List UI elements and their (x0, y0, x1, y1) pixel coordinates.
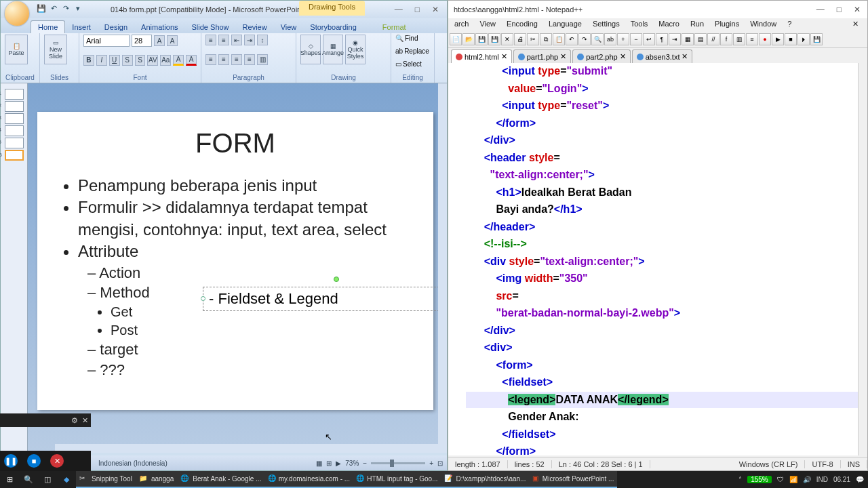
tray-wifi-icon[interactable]: 📶 (789, 476, 797, 483)
select-button[interactable]: ▭Select (395, 60, 430, 68)
playback-icon[interactable]: ⏵ (797, 33, 810, 45)
replace-icon[interactable]: ab (604, 33, 616, 45)
align-right-icon[interactable]: ≡ (231, 54, 242, 65)
map-icon[interactable]: ▥ (733, 33, 745, 45)
func-list-icon[interactable]: f (720, 33, 732, 45)
slide-canvas[interactable]: FORM Penampung beberapa jenis input Form… (28, 83, 447, 453)
close-tab-icon[interactable]: ✕ (620, 52, 626, 61)
font-name-input[interactable] (83, 35, 130, 47)
spacing-icon[interactable]: AV (147, 55, 158, 66)
replace-button[interactable]: abReplace (395, 47, 430, 55)
tab-storyboarding[interactable]: Storyboarding (303, 21, 363, 33)
quick-styles-button[interactable]: ◉Quick Styles (345, 35, 366, 64)
qat-more-icon[interactable]: ▾ (73, 4, 83, 15)
record-macro-icon[interactable]: ● (759, 33, 771, 45)
font-size-input[interactable] (132, 35, 152, 47)
npp-minimize-icon[interactable]: — (816, 5, 825, 14)
undo-icon[interactable]: ↶ (48, 4, 59, 15)
doc-list-icon[interactable]: ≡ (746, 33, 758, 45)
pinned-vscode-icon[interactable]: ◆ (57, 471, 76, 488)
pause-button[interactable]: ❚❚ (4, 454, 18, 468)
thumb-5[interactable]: 5 (5, 138, 24, 148)
cut-icon[interactable]: ✂ (527, 33, 539, 45)
play-macro-icon[interactable]: ▶ (772, 33, 784, 45)
slide-content[interactable]: Penampung beberapa jenis input Formulir … (59, 175, 412, 380)
file-tab-absen3[interactable]: absen3.txt✕ (632, 49, 693, 63)
view-sorter-icon[interactable]: ⊞ (326, 460, 332, 467)
pp-hscrollbar[interactable] (55, 444, 438, 453)
menu-run[interactable]: Run (686, 18, 709, 32)
code-editor[interactable]: <input type="submit" value="Login"> <inp… (448, 63, 858, 455)
align-left-icon[interactable]: ≡ (205, 54, 216, 65)
font-color-icon[interactable]: A (186, 55, 197, 66)
tab-insert[interactable]: Insert (65, 21, 98, 33)
taskbar-app-ppt[interactable]: ▣Microsoft PowerPoint ... (529, 471, 617, 488)
menu-tools[interactable]: Tools (626, 18, 653, 32)
zoom-out-icon[interactable]: − (630, 33, 642, 45)
tab-format[interactable]: Format (376, 21, 413, 33)
slide-title[interactable]: FORM (59, 128, 412, 159)
line-spacing-icon[interactable]: ↕ (257, 35, 268, 45)
menu-language[interactable]: Language (544, 18, 587, 32)
cancel-record-button[interactable]: ✕ (50, 454, 64, 468)
menu-settings[interactable]: Settings (588, 18, 625, 32)
menu-view[interactable]: View (475, 18, 500, 32)
menu-macro[interactable]: Macro (654, 18, 684, 32)
save-file-icon[interactable]: 💾 (475, 33, 488, 45)
taskbar-app-snipping[interactable]: ✂Snipping Tool (76, 471, 136, 488)
new-file-icon[interactable]: 📄 (450, 33, 462, 45)
paste-icon[interactable]: 📋 (553, 33, 565, 45)
close-recorder-icon[interactable]: ✕ (82, 416, 88, 425)
thumb-1[interactable]: 1 (5, 89, 24, 100)
undo-icon[interactable]: ↶ (566, 33, 578, 45)
zoom-slider[interactable] (371, 462, 425, 464)
npp-close-doc-icon[interactable]: ✕ (848, 18, 863, 32)
taskbar-app-chrome3[interactable]: 🌐HTML input tag - Goo... (353, 471, 441, 488)
thumb-3[interactable]: 3 (5, 113, 24, 124)
fold-icon[interactable]: ▦ (682, 33, 694, 45)
bullets-icon[interactable]: ≡ (205, 35, 216, 45)
strike-icon[interactable]: S (122, 55, 133, 66)
indent-inc-icon[interactable]: ⇥ (244, 35, 255, 45)
view-normal-icon[interactable]: ▦ (316, 460, 322, 467)
npp-close-icon[interactable]: ✕ (854, 5, 861, 14)
case-icon[interactable]: Aa (160, 55, 171, 66)
search-button[interactable]: 🔍 (19, 471, 38, 488)
tab-view[interactable]: View (274, 21, 304, 33)
shrink-font-icon[interactable]: A (167, 35, 178, 46)
taskbar-app-npp[interactable]: 📝D:\xampp\htdocs\aan... (441, 471, 529, 488)
view-slideshow-icon[interactable]: ▶ (336, 460, 341, 467)
tab-animations[interactable]: Animations (134, 21, 184, 33)
pp-vscrollbar[interactable] (438, 83, 447, 453)
copy-icon[interactable]: ⧉ (540, 33, 552, 45)
wrap-icon[interactable]: ↩ (643, 33, 655, 45)
language-indicator[interactable]: Indonesian (Indonesia) (98, 460, 167, 467)
find-button[interactable]: 🔍Find (395, 35, 430, 42)
task-view-button[interactable]: ◫ (38, 471, 57, 488)
close-tab-icon[interactable]: ✕ (560, 52, 566, 61)
save-icon[interactable]: 💾 (36, 4, 47, 15)
selected-textbox[interactable]: - Fieldset & Legend (203, 287, 447, 311)
zoom-in-icon[interactable]: + (429, 460, 433, 467)
unfold-icon[interactable]: ▤ (694, 33, 707, 45)
open-file-icon[interactable]: 📂 (462, 33, 475, 45)
tray-language[interactable]: IND (816, 476, 828, 483)
show-all-icon[interactable]: ¶ (656, 33, 668, 45)
file-tab-html2[interactable]: html2.html✕ (451, 49, 512, 63)
file-tab-part1[interactable]: part1.php✕ (513, 49, 571, 63)
redo-icon[interactable]: ↷ (578, 33, 591, 45)
close-tab-icon[interactable]: ✕ (682, 52, 688, 61)
shapes-button[interactable]: ◇Shapes (300, 35, 321, 64)
menu-encoding[interactable]: Encoding (502, 18, 542, 32)
tray-chevron-icon[interactable]: ˄ (738, 476, 742, 483)
minimize-icon[interactable]: — (395, 5, 403, 14)
maximize-icon[interactable]: □ (415, 5, 420, 14)
zoom-value[interactable]: 73% (345, 460, 359, 467)
stop-button[interactable]: ■ (27, 454, 41, 468)
resize-handle-left[interactable] (201, 296, 205, 301)
bold-icon[interactable]: B (83, 55, 94, 66)
italic-icon[interactable]: I (96, 55, 107, 66)
npp-maximize-icon[interactable]: □ (837, 5, 842, 14)
tray-clock[interactable]: 06.21 (833, 476, 850, 483)
taskbar-app-chrome1[interactable]: 🌐Berat Anak - Google ... (177, 471, 264, 488)
